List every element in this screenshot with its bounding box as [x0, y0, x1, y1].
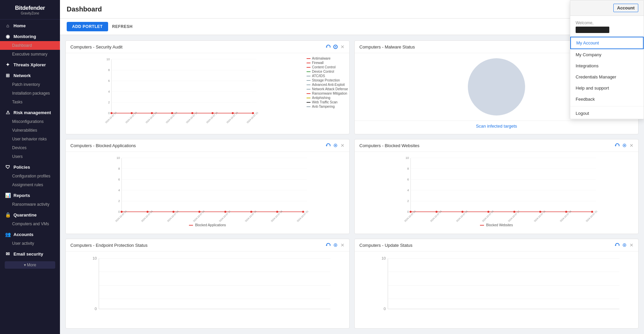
dropdown-item-feedback[interactable]: Feedback	[570, 94, 644, 105]
svg-text:0: 0	[384, 307, 386, 311]
legend-advanced-anti-exploit: Advanced Anti-Exploit	[307, 83, 348, 87]
sidebar: Bitdefender GravityZone ⌂ Home ◉ Monitor…	[0, 0, 60, 334]
more-button[interactable]: ▾ More	[5, 261, 55, 269]
portlet-endpoint-refresh[interactable]	[326, 243, 330, 247]
sidebar-item-user-activity[interactable]: User activity	[0, 239, 60, 248]
svg-point-86	[565, 211, 567, 213]
update-svg: 10 0	[367, 254, 636, 322]
blocked-apps-chart: 10 8 6 4 2 0	[68, 155, 347, 222]
dropdown-item-integrations[interactable]: Integrations	[570, 60, 644, 71]
portlet-endpoint-config[interactable]	[333, 243, 338, 247]
sidebar-item-ransomware-activity[interactable]: Ransomware activity	[0, 200, 60, 209]
portlet-blocked-apps-refresh[interactable]	[326, 143, 330, 148]
svg-text:8: 8	[407, 167, 409, 170]
threats-icon: ✦	[5, 62, 11, 67]
sidebar-item-vulnerabilities[interactable]: Vulnerabilities	[0, 126, 60, 135]
portlet-blocked-apps-config[interactable]	[333, 143, 338, 148]
dropdown-item-my-account[interactable]: My Account	[570, 37, 644, 49]
refresh-icon-6	[615, 243, 619, 247]
dropdown-item-my-company[interactable]: My Company	[570, 49, 644, 60]
svg-point-50	[147, 211, 149, 213]
config-icon-4	[622, 143, 627, 148]
svg-point-56	[302, 211, 304, 213]
portlet-update-close[interactable]: ✕	[630, 242, 634, 248]
sidebar-item-reports[interactable]: 📊 Reports	[0, 189, 60, 200]
svg-point-66	[624, 145, 625, 146]
config-icon	[333, 44, 338, 49]
sidebar-item-policies[interactable]: 🛡 Policies	[0, 161, 60, 172]
svg-text:6: 6	[118, 178, 120, 181]
sidebar-item-accounts[interactable]: 👥 Accounts	[0, 228, 60, 239]
sidebar-item-home[interactable]: ⌂ Home	[0, 20, 60, 30]
sidebar-item-network[interactable]: ⊞ Network	[0, 69, 60, 80]
portlet-security-audit-body: 10 8 6 4 2 0	[66, 53, 349, 134]
portlet-security-audit-refresh[interactable]	[326, 44, 330, 49]
portlet-security-audit-actions: ✕	[326, 44, 345, 49]
main-content: Dashboard	[60, 0, 644, 334]
sidebar-item-computers-vms[interactable]: Computers and VMs	[0, 220, 60, 228]
portlet-blocked-websites-config[interactable]	[622, 143, 627, 148]
refresh-icon-4	[615, 143, 619, 148]
portlet-update-config[interactable]	[622, 243, 627, 247]
legend-network-attack-defense: Network Attack Defense	[307, 87, 348, 91]
refresh-button[interactable]: REFRESH	[112, 24, 133, 29]
portlet-update-title: Computers - Update Status	[359, 243, 413, 248]
sidebar-item-risk-management[interactable]: ⚠ Risk management	[0, 106, 60, 117]
app-name: Bitdefender	[5, 5, 55, 11]
svg-point-82	[461, 211, 463, 213]
svg-point-80	[410, 211, 412, 213]
sidebar-item-tasks[interactable]: Tasks	[0, 98, 60, 106]
sidebar-item-patch-inventory[interactable]: Patch inventory	[0, 80, 60, 89]
security-audit-chart: 10 8 6 4 2 0	[68, 56, 347, 123]
scan-infected-targets-link[interactable]: Scan infected targets	[355, 121, 638, 131]
sidebar-item-email-security[interactable]: ✉ Email security	[0, 248, 60, 259]
svg-point-81	[436, 211, 438, 213]
svg-point-52	[198, 211, 200, 213]
svg-point-20	[191, 112, 193, 114]
portlet-blocked-websites: Computers - Blocked Websites ✕	[354, 139, 639, 234]
svg-text:0: 0	[118, 210, 120, 213]
page-title: Dashboard	[67, 5, 102, 13]
portlet-security-audit-config[interactable]	[333, 44, 338, 49]
portlet-security-audit-close[interactable]: ✕	[341, 44, 345, 49]
sidebar-item-users[interactable]: Users	[0, 152, 60, 161]
account-tab-label: Account	[613, 4, 638, 12]
portlet-blocked-apps-close[interactable]: ✕	[341, 143, 345, 148]
legend-ransomware-mitigation: Ransomware Mitigation	[307, 92, 348, 95]
svg-text:4: 4	[407, 189, 409, 192]
svg-text:8: 8	[108, 68, 110, 72]
sidebar-item-executive-summary[interactable]: Executive summary	[0, 50, 60, 59]
svg-text:4: 4	[108, 90, 110, 93]
sidebar-item-devices[interactable]: Devices	[0, 143, 60, 152]
portlet-update-actions: ✕	[615, 242, 634, 248]
sidebar-item-misconfigurations[interactable]: Misconfigurations	[0, 117, 60, 126]
sidebar-item-assignment-rules[interactable]: Assignment rules	[0, 180, 60, 189]
svg-text:10: 10	[117, 156, 120, 160]
portlet-blocked-websites-refresh[interactable]	[615, 143, 619, 148]
monitoring-icon: ◉	[5, 34, 11, 39]
sidebar-item-configuration-profiles[interactable]: Configuration profiles	[0, 172, 60, 180]
dropdown-item-logout[interactable]: Logout	[570, 108, 644, 119]
update-chart: 10 0	[357, 254, 636, 322]
dropdown-item-help-support[interactable]: Help and support	[570, 82, 644, 94]
portlet-endpoint-title: Computers - Endpoint Protection Status	[70, 243, 148, 248]
svg-point-16	[110, 112, 112, 114]
portlet-endpoint-close[interactable]: ✕	[341, 242, 345, 248]
portlet-blocked-applications: Computers - Blocked Applications ✕	[65, 139, 350, 234]
svg-point-83	[487, 211, 489, 213]
portlet-update-refresh[interactable]	[615, 243, 619, 247]
portlet-blocked-apps-body: 10 8 6 4 2 0	[66, 152, 349, 234]
add-portlet-button[interactable]: ADD PORTLET	[67, 22, 108, 31]
dropdown-username	[576, 27, 609, 33]
svg-text:2: 2	[407, 199, 409, 203]
portlet-blocked-websites-close[interactable]: ✕	[630, 143, 634, 148]
sidebar-item-user-behavior-risks[interactable]: User behavior risks	[0, 135, 60, 143]
sidebar-item-threats-xplorer[interactable]: ✦ Threats Xplorer	[0, 59, 60, 69]
sidebar-item-monitoring[interactable]: ◉ Monitoring	[0, 30, 60, 41]
dropdown-item-credentials-manager[interactable]: Credentials Manager	[570, 71, 644, 82]
sidebar-item-quarantine[interactable]: 🔒 Quarantine	[0, 209, 60, 220]
portlet-malware-status-title: Computers - Malware Status	[359, 44, 415, 49]
config-icon-5	[333, 243, 338, 247]
sidebar-item-installation-packages[interactable]: Installation packages	[0, 89, 60, 98]
sidebar-item-dashboard[interactable]: Dashboard	[0, 41, 60, 50]
